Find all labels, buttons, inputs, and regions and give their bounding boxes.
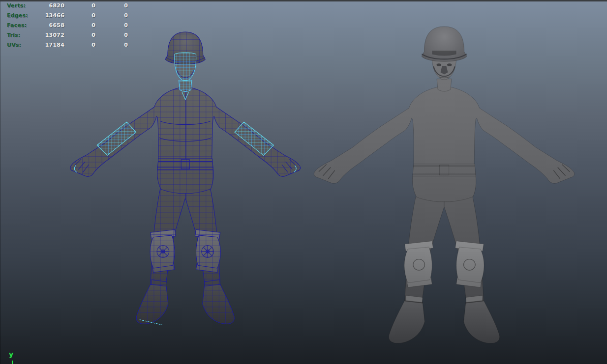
hud-label: UVs: (7, 41, 35, 51)
hud-label: Verts: (7, 2, 35, 12)
model-soldier-shaded[interactable] (314, 27, 575, 343)
viewport-top-border (0, 0, 607, 1)
sh-boot-left (389, 301, 425, 343)
hud-label: Faces: (7, 22, 35, 31)
hud-label: Edges: (7, 12, 35, 22)
hud-value: 0 (95, 2, 128, 12)
hud-row-uvs: UVs: 17184 0 0 (0, 41, 128, 51)
poly-count-hud: Verts: 6820 0 0 Edges: 13466 0 0 Faces: … (0, 2, 128, 51)
sh-buckle (439, 165, 449, 175)
hud-value: 0 (95, 12, 128, 22)
hud-value: 0 (95, 31, 128, 41)
sh-boot-right (464, 301, 500, 343)
sh-kneepad-right (456, 247, 484, 283)
hud-row-verts: Verts: 6820 0 0 (0, 2, 128, 12)
hud-row-tris: Tris: 13072 0 0 (0, 31, 128, 41)
hud-row-edges: Edges: 13466 0 0 (0, 12, 128, 22)
hud-row-faces: Faces: 6658 0 0 (0, 22, 128, 31)
sh-kneepad-left (404, 247, 432, 283)
hud-value: 0 (64, 22, 95, 31)
hud-value: 0 (64, 31, 95, 41)
hud-value: 17184 (35, 41, 64, 51)
sh-neck (437, 79, 452, 91)
hud-value: 13072 (35, 31, 64, 41)
y-axis-indicator: y (9, 351, 13, 358)
y-axis-line (12, 361, 13, 364)
scene-canvas (0, 0, 607, 364)
hud-value: 0 (95, 41, 128, 51)
hud-value: 0 (64, 41, 95, 51)
hud-value: 6820 (35, 2, 64, 12)
sh-helmet (422, 27, 467, 61)
hud-value: 0 (64, 2, 95, 12)
y-axis-label: y (9, 350, 13, 358)
viewport[interactable]: Verts: 6820 0 0 Edges: 13466 0 0 Faces: … (0, 0, 607, 364)
hud-value: 6658 (35, 22, 64, 31)
hud-value: 0 (64, 12, 95, 22)
model-soldier-wireframe[interactable] (60, 28, 311, 335)
hud-value: 13466 (35, 12, 64, 22)
hud-label: Tris: (7, 31, 35, 41)
hud-value: 0 (95, 22, 128, 31)
